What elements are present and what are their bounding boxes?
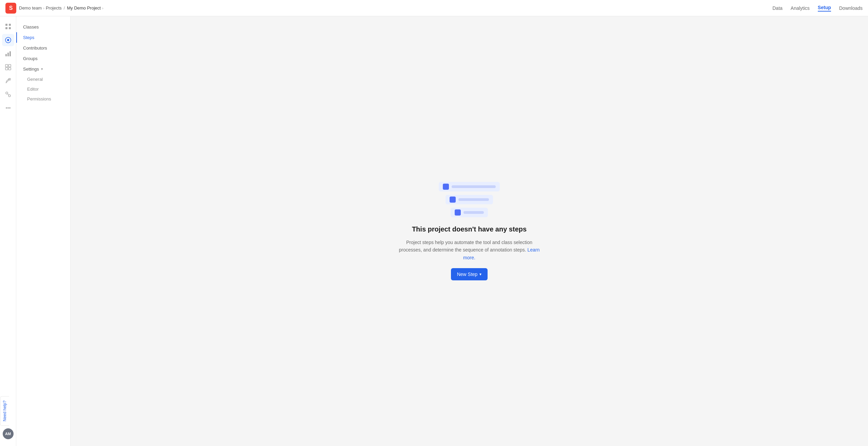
empty-state-title: This project doesn't have any steps <box>412 225 527 233</box>
illus-dot-3 <box>455 209 461 216</box>
illus-dot-1 <box>443 184 449 190</box>
svg-rect-2 <box>5 27 7 29</box>
menu-item-contributors[interactable]: Contributors <box>16 43 70 53</box>
breadcrumb: Demo team › Projects / My Demo Project › <box>19 5 103 11</box>
sidebar-icon-apps[interactable] <box>2 102 14 114</box>
new-step-chevron-icon: ▾ <box>479 272 481 277</box>
nav-analytics[interactable]: Analytics <box>791 5 810 11</box>
svg-rect-8 <box>9 51 11 56</box>
svg-rect-3 <box>9 27 11 29</box>
settings-chevron-icon: ▾ <box>41 67 43 71</box>
svg-rect-12 <box>8 68 11 70</box>
chevron-icon: › <box>43 6 44 10</box>
project-chevron-icon: › <box>102 6 103 10</box>
avatar[interactable]: AM <box>3 428 14 439</box>
svg-rect-10 <box>8 64 11 67</box>
nav-setup[interactable]: Setup <box>818 5 831 12</box>
need-help-widget[interactable]: Need help? <box>0 396 9 426</box>
svg-point-14 <box>6 92 8 94</box>
illus-line-1 <box>452 185 496 188</box>
menu-sub-item-editor[interactable]: Editor <box>16 84 70 94</box>
menu-item-groups[interactable]: Groups <box>16 53 70 64</box>
app-body: AM Classes Steps Contributors Groups Set… <box>0 16 868 446</box>
svg-rect-0 <box>5 24 7 26</box>
svg-rect-11 <box>5 68 8 70</box>
breadcrumb-team[interactable]: Demo team <box>19 5 42 11</box>
menu-item-classes[interactable]: Classes <box>16 22 70 32</box>
svg-rect-7 <box>7 53 9 56</box>
top-nav: S Demo team › Projects / My Demo Project… <box>0 0 868 16</box>
sidebar-icon-tool[interactable] <box>2 75 14 87</box>
logo[interactable]: S <box>5 3 16 14</box>
top-nav-right: Data Analytics Setup Downloads <box>772 5 863 12</box>
breadcrumb-projects[interactable]: Projects <box>46 5 62 11</box>
separator: / <box>64 5 65 11</box>
breadcrumb-current: My Demo Project <box>67 5 101 11</box>
svg-point-19 <box>9 107 11 109</box>
empty-state-illustration <box>439 182 500 217</box>
svg-rect-6 <box>5 54 7 56</box>
menu-item-steps[interactable]: Steps <box>16 32 70 43</box>
menu-sub-item-general[interactable]: General <box>16 74 70 84</box>
nav-downloads[interactable]: Downloads <box>839 5 863 11</box>
svg-rect-9 <box>5 64 8 67</box>
main-content: This project doesn't have any steps Proj… <box>71 16 868 446</box>
sidebar-icon-grid[interactable] <box>2 61 14 73</box>
illus-dot-2 <box>450 197 456 203</box>
icon-sidebar: AM <box>0 16 16 446</box>
illus-line-3 <box>463 211 484 214</box>
menu-sub-item-permissions[interactable]: Permissions <box>16 94 70 104</box>
menu-item-settings[interactable]: Settings ▾ <box>16 64 70 74</box>
svg-point-18 <box>7 107 9 109</box>
sidebar-icon-tag[interactable] <box>2 34 14 46</box>
svg-line-16 <box>7 94 8 95</box>
sidebar-icon-integrations[interactable] <box>2 88 14 100</box>
illus-line-2 <box>458 198 489 201</box>
svg-point-15 <box>8 95 11 97</box>
sidebar-icon-stats[interactable] <box>2 48 14 60</box>
illus-row-2 <box>446 195 493 204</box>
new-step-button[interactable]: New Step ▾ <box>451 268 488 280</box>
svg-point-5 <box>7 39 9 41</box>
new-step-label: New Step <box>457 272 478 277</box>
menu-sidebar: Classes Steps Contributors Groups Settin… <box>16 16 71 446</box>
illus-row-1 <box>439 182 500 191</box>
top-nav-left: S Demo team › Projects / My Demo Project… <box>5 3 772 14</box>
empty-state-description: Project steps help you automate the tool… <box>395 239 544 261</box>
illus-row-3 <box>451 208 488 217</box>
nav-data[interactable]: Data <box>772 5 783 11</box>
sidebar-icon-dashboard[interactable] <box>2 20 14 33</box>
svg-point-17 <box>6 107 7 109</box>
empty-state: This project doesn't have any steps Proj… <box>395 182 544 280</box>
svg-rect-1 <box>9 24 11 26</box>
